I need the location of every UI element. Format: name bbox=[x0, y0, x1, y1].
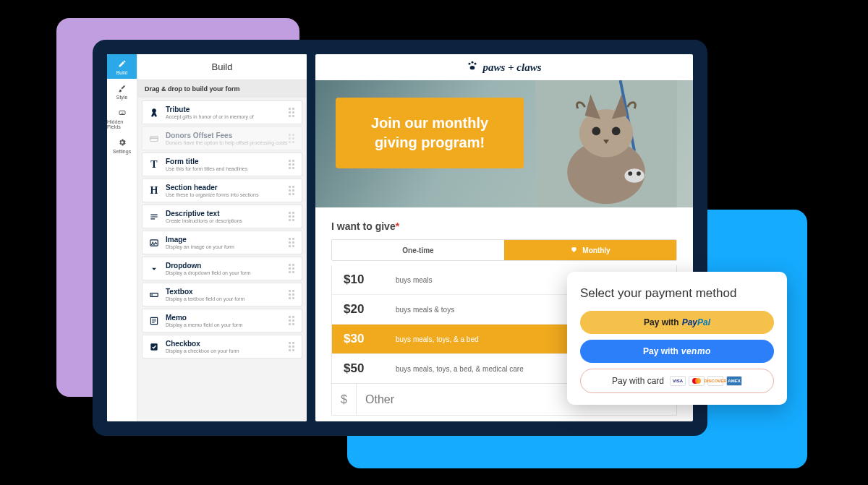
drag-grip-icon bbox=[289, 212, 296, 222]
tool-memo[interactable]: MemoDisplay a memo field on your form bbox=[142, 309, 302, 332]
heart-icon bbox=[570, 246, 578, 254]
tool-image[interactable]: ImageDisplay an image on your form bbox=[142, 231, 302, 254]
card-brand-mc bbox=[689, 376, 705, 386]
brand-text: paws + claws bbox=[482, 61, 541, 74]
svg-rect-6 bbox=[150, 293, 158, 296]
drag-grip-icon bbox=[289, 160, 296, 170]
give-label: I want to give* bbox=[331, 220, 677, 232]
tool-section[interactable]: HSection headerUse these to organize for… bbox=[142, 179, 302, 202]
vtab-build[interactable]: Build bbox=[107, 54, 137, 79]
pay-with-paypal-button[interactable]: Pay with PayPal bbox=[580, 311, 774, 334]
lines-icon bbox=[148, 211, 160, 223]
builder-header: Build bbox=[137, 54, 307, 80]
tool-desctext[interactable]: Descriptive textCreate instructions or d… bbox=[142, 205, 302, 228]
svg-rect-3 bbox=[150, 137, 158, 139]
vtab-hidden[interactable]: abHidden Fields bbox=[107, 103, 137, 133]
title-t-icon: T bbox=[148, 159, 160, 171]
memo-icon bbox=[148, 315, 160, 327]
pay-with-venmo-button[interactable]: Pay with venmo bbox=[580, 340, 774, 363]
svg-point-19 bbox=[612, 127, 621, 136]
pencil-icon bbox=[117, 59, 127, 69]
hidden-field-icon: ab bbox=[117, 108, 127, 118]
title-h-icon: H bbox=[148, 185, 160, 197]
svg-point-20 bbox=[624, 168, 644, 183]
chevron-down-icon bbox=[148, 263, 160, 275]
tool-formtitle[interactable]: TForm titleUse this for form titles and … bbox=[142, 153, 302, 176]
svg-point-22 bbox=[637, 171, 641, 176]
card-icon bbox=[148, 133, 160, 145]
svg-point-11 bbox=[472, 61, 474, 64]
builder-hint: Drag & drop to build your form bbox=[137, 80, 307, 98]
svg-point-18 bbox=[592, 127, 600, 136]
drag-grip-icon bbox=[289, 290, 296, 300]
vtab-style[interactable]: Style bbox=[107, 79, 137, 103]
textbox-icon bbox=[148, 289, 160, 301]
card-brand-discover: DISCOVER bbox=[707, 376, 723, 386]
vtab-settings[interactable]: Settings bbox=[107, 133, 137, 158]
drag-grip-icon bbox=[289, 186, 296, 196]
drag-grip-icon bbox=[289, 342, 296, 352]
payment-method-popup: Select your payment method Pay with PayP… bbox=[567, 272, 787, 405]
drag-grip-icon bbox=[289, 238, 296, 248]
card-brand-visa: VISA bbox=[670, 376, 686, 386]
hero-image: Join our monthly giving program! bbox=[315, 80, 693, 207]
ribbon-icon bbox=[148, 107, 160, 119]
svg-point-13 bbox=[470, 66, 475, 69]
image-icon bbox=[148, 237, 160, 249]
frequency-onetime[interactable]: One-time bbox=[332, 240, 504, 260]
checkbox-icon bbox=[148, 341, 160, 353]
svg-text:ab: ab bbox=[121, 112, 124, 115]
currency-symbol: $ bbox=[332, 384, 357, 415]
svg-point-12 bbox=[475, 63, 477, 65]
svg-point-21 bbox=[628, 171, 632, 176]
org-brand: paws + claws bbox=[315, 54, 693, 80]
pay-with-card-button[interactable]: Pay with card VISADISCOVERAMEX bbox=[580, 369, 774, 393]
card-brand-amex: AMEX bbox=[726, 376, 742, 386]
builder-panel: BuildStyleabHidden FieldsSettings Build … bbox=[107, 54, 307, 421]
tool-tribute[interactable]: TributeAccept gifts in honor of or in me… bbox=[142, 100, 302, 124]
drag-grip-icon bbox=[289, 108, 296, 118]
card-brand-icons: VISADISCOVERAMEX bbox=[670, 376, 742, 386]
drag-grip-icon bbox=[289, 134, 296, 144]
tool-list: TributeAccept gifts in honor of or in me… bbox=[137, 98, 307, 421]
tool-dropdown[interactable]: DropdownDisplay a dropdown field on your… bbox=[142, 257, 302, 280]
frequency-monthly[interactable]: Monthly bbox=[504, 240, 676, 260]
tool-textbox[interactable]: TextboxDisplay a textbox field on your f… bbox=[142, 283, 302, 306]
hero-callout: Join our monthly giving program! bbox=[336, 98, 524, 168]
drag-grip-icon bbox=[289, 316, 296, 326]
tool-offset: Donors Offset FeesDonors have the option… bbox=[142, 126, 302, 150]
svg-point-24 bbox=[695, 378, 701, 384]
svg-point-10 bbox=[469, 63, 471, 65]
gear-icon bbox=[117, 137, 127, 147]
builder-vertical-tabs: BuildStyleabHidden FieldsSettings bbox=[107, 54, 137, 421]
brush-icon bbox=[117, 83, 127, 93]
cat-illustration bbox=[519, 80, 693, 207]
paw-icon bbox=[467, 60, 478, 74]
frequency-toggle: One-time Monthly bbox=[331, 239, 677, 261]
payment-popup-title: Select your payment method bbox=[580, 286, 774, 301]
svg-point-17 bbox=[579, 109, 633, 157]
tool-checkbox[interactable]: CheckboxDisplay a checkbox on your form bbox=[142, 335, 302, 359]
drag-grip-icon bbox=[289, 264, 296, 274]
